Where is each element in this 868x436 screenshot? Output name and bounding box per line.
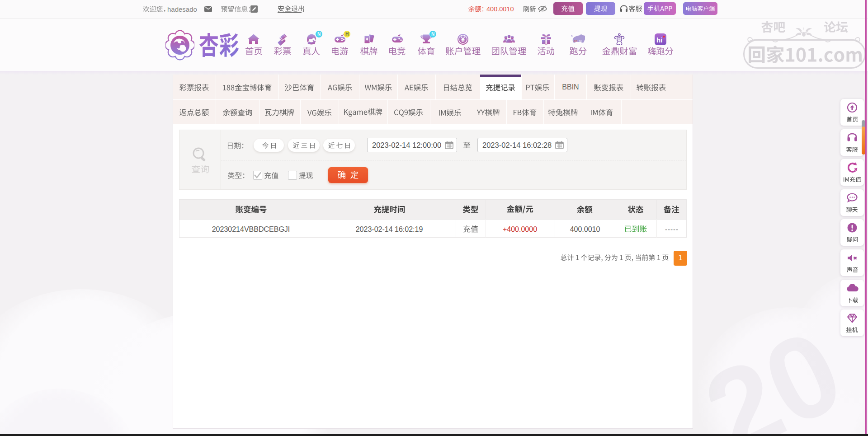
svg-text:hi: hi xyxy=(656,36,662,44)
svg-text:2.1t: 2.1t xyxy=(574,40,577,42)
svg-text:跑分: 跑分 xyxy=(579,40,583,42)
